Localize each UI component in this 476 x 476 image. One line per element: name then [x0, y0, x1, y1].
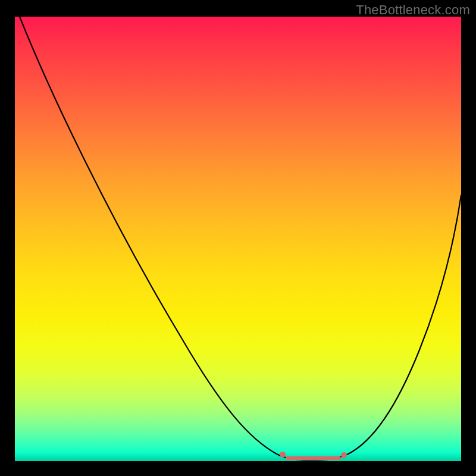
curve-path	[20, 17, 461, 460]
bottleneck-curve	[15, 17, 461, 461]
highlight-start-dot	[280, 452, 286, 458]
attribution-text: TheBottleneck.com	[356, 2, 470, 18]
plot-area	[15, 17, 461, 461]
chart-frame: TheBottleneck.com	[0, 0, 476, 476]
highlight-end-dot	[341, 452, 347, 458]
